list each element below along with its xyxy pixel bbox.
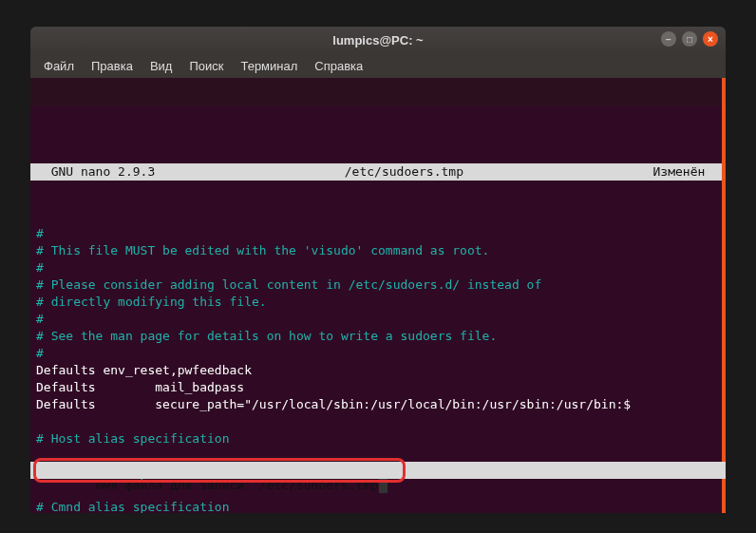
save-prompt[interactable]: Имя файла для записи: /etc/sudoers.tmp bbox=[30, 462, 726, 479]
menu-help[interactable]: Справка bbox=[307, 56, 370, 76]
terminal-window: lumpics@PC: ~ − □ × Файл Правка Вид Поис… bbox=[30, 27, 726, 513]
menu-edit[interactable]: Правка bbox=[84, 56, 141, 76]
menu-file[interactable]: Файл bbox=[36, 56, 82, 76]
menu-view[interactable]: Вид bbox=[142, 56, 180, 76]
nano-header: GNU nano 2.9.3 /etc/sudoers.tmp Изменён bbox=[30, 163, 726, 181]
nano-version: GNU nano 2.9.3 bbox=[36, 164, 155, 180]
file-line: # Host alias specification bbox=[36, 430, 720, 447]
file-line bbox=[36, 413, 720, 430]
menubar: Файл Правка Вид Поиск Терминал Справка bbox=[30, 53, 726, 78]
terminal-area[interactable]: GNU nano 2.9.3 /etc/sudoers.tmp Изменён … bbox=[30, 78, 726, 513]
file-line: # directly modifying this file. bbox=[36, 294, 720, 311]
file-line: # This file MUST be edited with the 'vis… bbox=[36, 242, 720, 259]
nano-modified: Изменён bbox=[653, 164, 720, 180]
scrollbar[interactable] bbox=[722, 78, 726, 513]
minimize-icon: − bbox=[666, 34, 671, 45]
file-line: # bbox=[36, 225, 720, 242]
close-icon: × bbox=[708, 34, 713, 45]
window-controls: − □ × bbox=[661, 31, 718, 47]
file-line: Defaults mail_badpass bbox=[36, 379, 720, 396]
file-line: Defaults secure_path="/usr/local/sbin:/u… bbox=[36, 396, 720, 413]
file-line: # See the man page for details on how to… bbox=[36, 328, 720, 345]
maximize-button[interactable]: □ bbox=[682, 31, 697, 47]
menu-search[interactable]: Поиск bbox=[181, 56, 231, 76]
window-title: lumpics@PC: ~ bbox=[332, 33, 423, 48]
nano-help: ^GПомощьM-DФормат DOSM-AДоп. в началоM-B… bbox=[30, 479, 722, 513]
file-line: # Please consider adding local content i… bbox=[36, 276, 720, 294]
file-line: Defaults env_reset,pwfeedback bbox=[36, 362, 720, 379]
file-line: # bbox=[36, 345, 720, 362]
close-button[interactable]: × bbox=[703, 31, 718, 47]
nano-filename: /etc/sudoers.tmp bbox=[155, 164, 652, 180]
menu-terminal[interactable]: Терминал bbox=[233, 56, 305, 76]
file-line: # bbox=[36, 259, 720, 276]
file-line: # bbox=[36, 311, 720, 328]
maximize-icon: □ bbox=[687, 34, 692, 45]
titlebar: lumpics@PC: ~ − □ × bbox=[30, 27, 726, 53]
minimize-button[interactable]: − bbox=[661, 31, 676, 47]
